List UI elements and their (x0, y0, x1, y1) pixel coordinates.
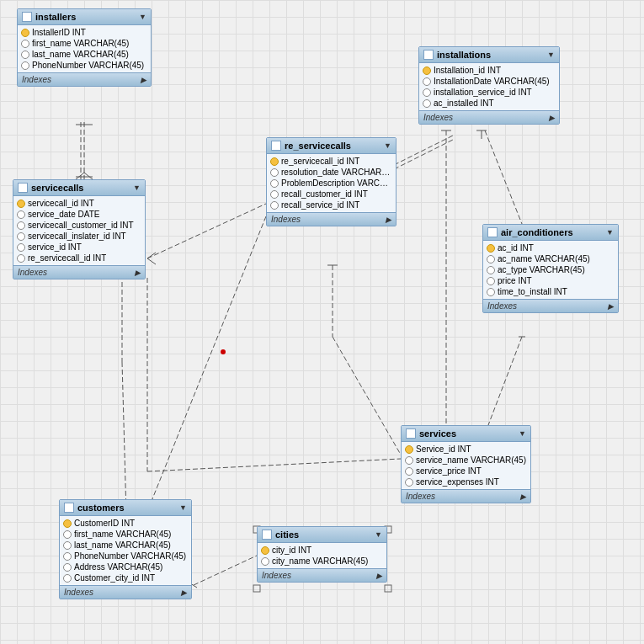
field-service-date: service_date DATE (13, 209, 145, 220)
fk-icon-city-name (261, 557, 269, 566)
header-arrow-services[interactable]: ▼ (519, 429, 526, 438)
footer-label-re-servicecalls: Indexes (271, 215, 301, 224)
table-footer-customers[interactable]: Indexes ▶ (60, 585, 191, 599)
field-phone-i: PhoneNumber VARCHAR(45) (18, 60, 151, 71)
fk-icon-customer-city-id (63, 574, 72, 583)
table-footer-cities[interactable]: Indexes ▶ (258, 568, 386, 582)
fk-icon-service-date (17, 210, 25, 219)
field-city-name: city_name VARCHAR(45) (258, 556, 386, 567)
footer-arrow-cities[interactable]: ▶ (376, 572, 382, 580)
fk-icon-resolution-date (270, 168, 279, 177)
table-header-customers[interactable]: customers ▼ (60, 500, 191, 516)
field-ac-name: ac_name VARCHAR(45) (483, 253, 618, 264)
field-sc-service-id: service_id INT (13, 242, 145, 253)
field-sc-installer-id: servicecall_inslater_id INT (13, 231, 145, 242)
field-text-firstname-i: first_name VARCHAR(45) (32, 39, 129, 48)
pk-icon-re-servicecall-id (270, 157, 279, 166)
field-text-service-price: service_price INT (416, 466, 482, 476)
table-icon-installers (22, 12, 32, 22)
table-footer-installers[interactable]: Indexes ▶ (18, 72, 151, 86)
field-lastname-i: last_name VARCHAR(45) (18, 49, 151, 60)
fk-icon-sc-service-id (17, 243, 25, 252)
fk-icon-lastname-i (21, 51, 29, 59)
table-customers: customers ▼ CustomerID INT first_name VA… (59, 499, 192, 599)
field-text-service-id: Service_id INT (416, 444, 471, 454)
footer-arrow-services[interactable]: ▶ (520, 492, 526, 501)
footer-arrow-installers[interactable]: ▶ (141, 76, 146, 84)
field-text-sc-installer-id: servicecall_inslater_id INT (28, 232, 126, 241)
footer-arrow-servicecalls[interactable]: ▶ (135, 269, 141, 277)
header-arrow-customers[interactable]: ▼ (179, 503, 187, 512)
field-text-ac-type: ac_type VARCHAR(45) (498, 265, 585, 274)
header-arrow-servicecalls[interactable]: ▼ (133, 184, 141, 192)
field-ac-id: ac_id INT (483, 242, 618, 253)
svg-line-17 (147, 459, 401, 471)
footer-label-services: Indexes (406, 492, 435, 501)
svg-line-19 (333, 337, 401, 455)
fk-icon-customer-lastname (63, 541, 72, 550)
table-header-installers[interactable]: installers ▼ (18, 9, 151, 25)
field-text-lastname-i: last_name VARCHAR(45) (32, 50, 129, 59)
fk-icon-ac-installed (423, 99, 431, 108)
footer-arrow-air-conditioners[interactable]: ▶ (608, 302, 614, 311)
header-arrow-installations[interactable]: ▼ (547, 51, 555, 59)
table-icon-customers (64, 503, 74, 513)
field-text-ac-price: price INT (498, 276, 532, 285)
table-footer-servicecalls[interactable]: Indexes ▶ (13, 265, 145, 279)
table-footer-installations[interactable]: Indexes ▶ (419, 110, 559, 124)
table-header-re-servicecalls[interactable]: re_servicecalls ▼ (267, 138, 396, 154)
footer-arrow-installations[interactable]: ▶ (549, 114, 555, 122)
header-arrow-re-servicecalls[interactable]: ▼ (384, 141, 391, 150)
table-icon-services (406, 428, 416, 439)
field-service-price: service_price INT (402, 466, 530, 476)
header-arrow-cities[interactable]: ▼ (375, 530, 382, 539)
pk-icon-ac-id (487, 244, 495, 253)
pk-icon-city-id (261, 546, 269, 555)
svg-line-4 (76, 173, 84, 179)
table-footer-services[interactable]: Indexes ▶ (402, 489, 530, 503)
field-recall-customer-id: recall_customer_id INT (267, 189, 396, 200)
table-header-services[interactable]: services ▼ (402, 426, 530, 442)
fk-icon-firstname-i (21, 40, 29, 48)
fk-icon-installation-service-id (423, 88, 431, 97)
table-header-servicecalls[interactable]: servicecalls ▼ (13, 180, 145, 196)
table-footer-re-servicecalls[interactable]: Indexes ▶ (267, 212, 396, 226)
svg-line-26 (143, 216, 266, 522)
fk-icon-ac-price (487, 277, 495, 285)
table-servicecalls: servicecalls ▼ servicecall_id INT servic… (13, 179, 146, 279)
fk-icon-service-name (405, 456, 413, 465)
svg-point-29 (221, 349, 226, 354)
field-problem-description: ProblemDescription VARCHAR(45) (267, 178, 396, 189)
table-header-cities[interactable]: cities ▼ (258, 527, 386, 543)
fk-icon-sc-customer-id (17, 221, 25, 230)
pk-icon-customerid (63, 519, 72, 528)
svg-line-8 (147, 258, 156, 264)
field-customer-phone: PhoneNumber VARCHAR(45) (60, 551, 191, 562)
footer-arrow-customers[interactable]: ▶ (181, 588, 187, 597)
table-header-installations[interactable]: installations ▼ (419, 47, 559, 63)
table-header-air-conditioners[interactable]: air_conditioners ▼ (483, 225, 618, 241)
field-customer-firstname: first_name VARCHAR(45) (60, 529, 191, 540)
pk-icon-installerid (21, 29, 29, 37)
field-text-resolution-date: resolution_date VARCHAR(45) (281, 168, 392, 177)
header-arrow-installers[interactable]: ▼ (139, 13, 146, 21)
field-text-ac-id: ac_id INT (498, 243, 534, 253)
header-arrow-air-conditioners[interactable]: ▼ (606, 228, 614, 237)
field-text-customerid: CustomerID INT (74, 519, 135, 528)
field-customer-city-id: Customer_city_id INT (60, 572, 191, 583)
table-installations: installations ▼ Installation_id INT Inst… (418, 46, 560, 125)
field-text-installationdate: InstallationDate VARCHAR(45) (434, 77, 550, 86)
svg-line-21 (194, 556, 257, 585)
footer-arrow-re-servicecalls[interactable]: ▶ (386, 216, 391, 224)
field-customerid: CustomerID INT (60, 518, 191, 529)
field-text-sc-re-servicecall-id: re_servicecall_id INT (28, 253, 106, 263)
table-footer-air-conditioners[interactable]: Indexes ▶ (483, 299, 618, 312)
fk-icon-phone-i (21, 61, 29, 70)
field-text-ac-time-to-install: time_to_install INT (498, 287, 567, 296)
table-icon-air-conditioners (487, 227, 498, 237)
field-ac-time-to-install: time_to_install INT (483, 286, 618, 297)
field-text-installerid: InstallerID INT (32, 28, 86, 37)
fk-icon-service-expenses (405, 478, 413, 487)
svg-line-14 (488, 337, 522, 425)
table-icon-re-servicecalls (271, 141, 281, 151)
